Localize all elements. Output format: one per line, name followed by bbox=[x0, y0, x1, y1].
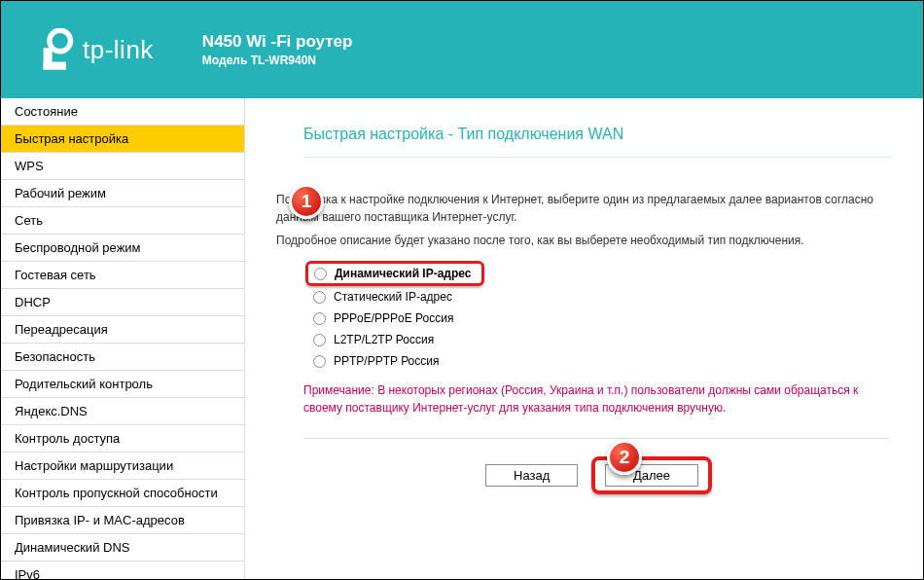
sidebar-item-1[interactable]: Быстрая настройка bbox=[1, 126, 244, 153]
back-button[interactable]: Назад bbox=[485, 464, 578, 487]
sidebar-item-15[interactable]: Привязка IP- и MAC-адресов bbox=[1, 507, 244, 534]
wan-option-0[interactable]: Динамический IP-адрес bbox=[305, 261, 484, 286]
wan-option-label: L2TP/L2TP Россия bbox=[334, 333, 434, 346]
wan-option-label: PPPoE/PPPoE Россия bbox=[334, 311, 453, 325]
sidebar-item-17[interactable]: IPv6 bbox=[1, 562, 244, 579]
wan-option-label: PPTP/PPTP Россия bbox=[334, 354, 440, 368]
note: Примечание: В некоторых регионах (Россия… bbox=[303, 381, 890, 417]
annotation-badge-2: 2 bbox=[607, 440, 642, 475]
divider bbox=[303, 438, 890, 439]
main-content: Быстрая настройка - Тип подключения WAN … bbox=[245, 98, 923, 579]
sidebar-item-12[interactable]: Контроль доступа bbox=[1, 425, 244, 453]
sidebar-item-11[interactable]: Яндекс.DNS bbox=[1, 398, 244, 425]
sidebar-item-3[interactable]: Рабочий режим bbox=[1, 180, 244, 207]
svg-point-0 bbox=[50, 30, 71, 52]
wan-type-options: Динамический IP-адресСтатический IP-адре… bbox=[313, 261, 890, 372]
sidebar-item-2[interactable]: WPS bbox=[1, 153, 244, 180]
header: tp-link N450 Wi -Fi роутер Модель TL-WR9… bbox=[1, 1, 923, 98]
wan-option-4[interactable]: PPTP/PPTP Россия bbox=[313, 350, 890, 372]
note-text: В некоторых регионах (Россия, Украина и … bbox=[303, 383, 858, 415]
sidebar-item-10[interactable]: Родительский контроль bbox=[1, 371, 244, 398]
product-title: N450 Wi -Fi роутер bbox=[202, 32, 353, 52]
radio-icon bbox=[313, 355, 326, 368]
description-1: Подготовка к настройке подключения к Инт… bbox=[276, 191, 890, 226]
wan-option-label: Динамический IP-адрес bbox=[335, 267, 472, 280]
wan-option-2[interactable]: PPPoE/PPPoE Россия bbox=[313, 308, 890, 329]
logo: tp-link bbox=[40, 28, 154, 71]
tplink-logo-icon bbox=[40, 28, 75, 71]
sidebar-item-13[interactable]: Настройки маршрутизации bbox=[1, 453, 244, 480]
sidebar-item-14[interactable]: Контроль пропускной способности bbox=[1, 480, 244, 507]
wan-option-1[interactable]: Статический IP-адрес bbox=[313, 286, 890, 308]
sidebar-item-16[interactable]: Динамический DNS bbox=[1, 534, 244, 562]
radio-icon bbox=[313, 334, 326, 346]
description-2: Подробное описание будет указано после т… bbox=[276, 232, 890, 249]
sidebar-item-8[interactable]: Переадресация bbox=[1, 316, 244, 344]
sidebar-item-4[interactable]: Сеть bbox=[1, 207, 244, 235]
button-row: Назад Далее bbox=[303, 456, 890, 494]
sidebar-item-6[interactable]: Гостевая сеть bbox=[1, 262, 244, 289]
radio-icon bbox=[313, 291, 326, 304]
sidebar[interactable]: СостояниеБыстрая настройкаWPSРабочий реж… bbox=[1, 98, 245, 579]
annotation-badge-1: 1 bbox=[289, 184, 324, 219]
note-label: Примечание: bbox=[303, 383, 374, 397]
wan-option-3[interactable]: L2TP/L2TP Россия bbox=[313, 329, 890, 350]
brand-text: tp-link bbox=[83, 35, 154, 65]
page-title: Быстрая настройка - Тип подключения WAN bbox=[303, 126, 890, 158]
product-model: Модель TL-WR940N bbox=[202, 54, 353, 67]
sidebar-item-0[interactable]: Состояние bbox=[1, 98, 244, 126]
radio-icon bbox=[314, 268, 327, 280]
sidebar-item-9[interactable]: Безопасность bbox=[1, 344, 244, 371]
radio-icon bbox=[313, 312, 326, 325]
svg-rect-2 bbox=[44, 62, 66, 70]
wan-option-label: Статический IP-адрес bbox=[334, 290, 452, 304]
sidebar-item-7[interactable]: DHCP bbox=[1, 289, 244, 316]
sidebar-item-5[interactable]: Беспроводной режим bbox=[1, 235, 244, 262]
product-info: N450 Wi -Fi роутер Модель TL-WR940N bbox=[202, 32, 353, 67]
